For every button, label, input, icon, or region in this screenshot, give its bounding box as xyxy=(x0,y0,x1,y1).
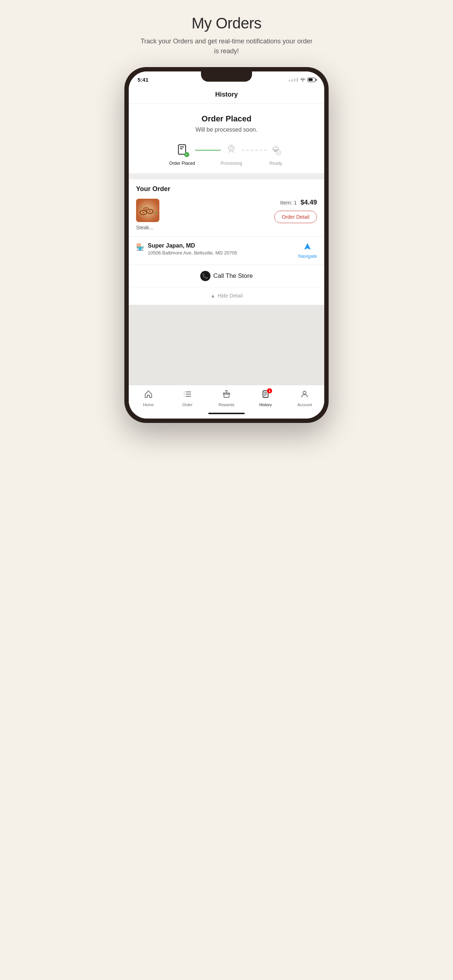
empty-area xyxy=(129,305,324,385)
order-status-section: Order Placed Will be processed soon. ✓ O… xyxy=(129,104,324,173)
nav-order-label: Order xyxy=(182,402,193,407)
svg-point-26 xyxy=(303,391,306,394)
hide-detail-row[interactable]: ▲ Hide Detail xyxy=(129,287,324,305)
step-processing-label: Processing xyxy=(221,161,242,166)
order-status-title: Order Placed xyxy=(137,114,316,124)
nav-home-label: Home xyxy=(143,402,153,407)
step-ready: Ready xyxy=(268,142,284,166)
call-store-label: Call The Store xyxy=(214,272,253,280)
svg-rect-21 xyxy=(224,394,229,398)
navigate-label: Navigate xyxy=(298,253,317,259)
item-count: Item: 1 xyxy=(280,199,297,205)
store-icon: 🏪 xyxy=(136,243,144,251)
hide-detail-label: Hide Detail xyxy=(218,293,242,299)
store-text: Super Japan, MD 10506 Baltimore Ave, Bel… xyxy=(148,242,237,256)
ready-icon xyxy=(268,142,284,158)
nav-item-rewards[interactable]: Rewards xyxy=(214,390,239,407)
home-indicator xyxy=(208,413,245,414)
connector-2 xyxy=(242,150,268,158)
home-icon xyxy=(144,390,153,401)
order-placed-icon: ✓ xyxy=(174,142,190,158)
nav-item-account[interactable]: Account xyxy=(292,390,317,407)
store-info-row: 🏪 Super Japan, MD 10506 Baltimore Ave, B… xyxy=(129,236,324,265)
order-detail-button[interactable]: Order Detail xyxy=(274,211,317,223)
store-details: 🏪 Super Japan, MD 10506 Baltimore Ave, B… xyxy=(136,242,237,256)
nav-rewards-label: Rewards xyxy=(219,402,234,407)
status-time: 5:41 xyxy=(137,76,148,83)
svg-point-12 xyxy=(142,212,145,214)
phone-notch xyxy=(201,72,252,82)
battery-icon xyxy=(308,78,316,82)
step-processing: Processing xyxy=(221,142,242,166)
status-icons xyxy=(289,77,316,83)
page-subtitle: Track your Orders and get real-time noti… xyxy=(139,37,314,56)
svg-rect-1 xyxy=(180,146,184,147)
bottom-nav: Home Order Rewards xyxy=(129,385,324,410)
connector-1 xyxy=(195,150,221,158)
phone-frame: 5:41 xyxy=(124,67,329,423)
order-icon xyxy=(183,390,192,401)
svg-point-15 xyxy=(148,211,152,213)
svg-rect-5 xyxy=(273,149,279,150)
store-name: Super Japan, MD xyxy=(148,242,237,249)
store-address: 10506 Baltimore Ave, Beltsville, MD 2070… xyxy=(148,250,237,256)
history-badge: 1 xyxy=(267,388,272,393)
hide-detail-button[interactable]: ▲ Hide Detail xyxy=(211,293,242,299)
phone-icon: 📞 xyxy=(200,271,211,281)
chevron-up-icon: ▲ xyxy=(211,293,215,299)
order-item-info: Item: 1 $4.49 Order Detail xyxy=(164,199,317,223)
call-store-row[interactable]: 📞 Call The Store xyxy=(129,265,324,287)
account-icon xyxy=(300,390,309,401)
nav-item-home[interactable]: Home xyxy=(136,390,161,407)
step-order-placed: ✓ Order Placed xyxy=(169,142,195,166)
svg-point-18 xyxy=(145,208,147,210)
your-order-title: Your Order xyxy=(136,185,317,193)
order-item-row: Item: 1 $4.49 Order Detail xyxy=(136,199,317,223)
nav-history-label: History xyxy=(259,402,272,407)
svg-marker-19 xyxy=(304,243,311,250)
order-item-image xyxy=(136,199,160,222)
home-bar xyxy=(129,410,324,418)
order-item-name: Steak... xyxy=(136,224,317,231)
rewards-icon xyxy=(222,390,231,401)
app-nav-header: History xyxy=(129,86,324,104)
section-divider-1 xyxy=(135,176,318,177)
step-order-placed-label: Order Placed xyxy=(169,161,195,166)
item-price: $4.49 xyxy=(301,199,317,206)
signal-icon xyxy=(289,78,298,82)
order-status-subtitle: Will be processed soon. xyxy=(137,127,316,133)
page-header: My Orders Track your Orders and get real… xyxy=(139,14,314,56)
your-order-section: Your Order xyxy=(129,180,324,236)
navigate-button[interactable]: Navigate xyxy=(298,242,317,259)
page-title: My Orders xyxy=(139,14,314,32)
nav-account-label: Account xyxy=(297,402,312,407)
call-store-button[interactable]: 📞 Call The Store xyxy=(200,271,253,281)
svg-rect-7 xyxy=(275,145,276,147)
phone-screen: 5:41 xyxy=(129,72,324,418)
app-nav-title: History xyxy=(215,91,238,98)
step-ready-label: Ready xyxy=(270,161,282,166)
wifi-icon xyxy=(300,77,306,83)
nav-item-order[interactable]: Order xyxy=(175,390,200,407)
progress-steps: ✓ Order Placed xyxy=(141,142,312,166)
navigate-icon xyxy=(303,242,311,252)
processing-icon xyxy=(223,142,239,158)
svg-rect-2 xyxy=(180,148,183,149)
history-icon: 1 xyxy=(261,390,270,401)
nav-item-history[interactable]: 1 History xyxy=(253,390,278,407)
